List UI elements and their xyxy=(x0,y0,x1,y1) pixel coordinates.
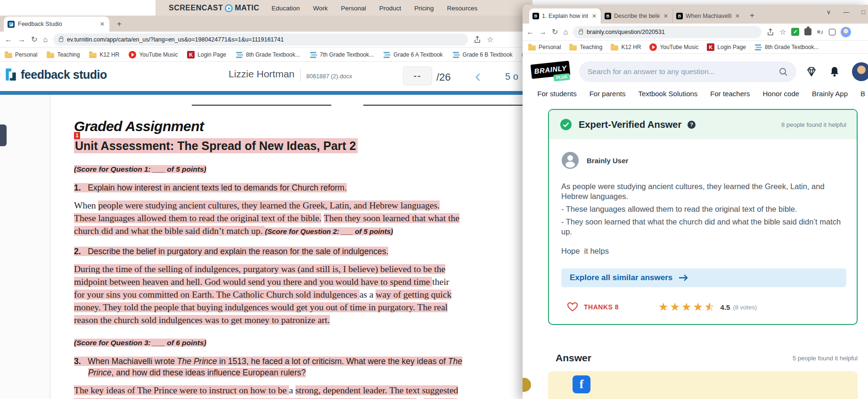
star-rating[interactable]: ★★★★☆★ xyxy=(658,301,715,313)
star-full-icon[interactable]: ★ xyxy=(658,301,669,313)
backdrop-nav-link[interactable]: Education xyxy=(271,5,300,12)
document-rule-left xyxy=(192,105,331,106)
bookmark-item[interactable]: Teaching xyxy=(47,51,80,58)
backdrop-nav-link[interactable]: Personal xyxy=(341,5,366,12)
doc-text-segment: (Score for Question 3: ___ of 6 points) xyxy=(74,339,206,347)
backdrop-nav-link[interactable]: Resources xyxy=(447,5,478,12)
bookmark-item[interactable]: K12 HR xyxy=(89,51,119,58)
media-control-icon[interactable]: ≡♪ xyxy=(817,28,823,35)
bookmark-item[interactable]: YouTube Music xyxy=(129,51,178,58)
star-full-icon[interactable]: ★ xyxy=(681,301,692,313)
document-subheading: 1 Unit Assessment: The Spread of New Ide… xyxy=(74,139,358,153)
profile-avatar[interactable] xyxy=(841,27,851,37)
close-tab-icon[interactable]: ✕ xyxy=(591,13,598,19)
explore-similar-answers-button[interactable]: Explore all similar answers xyxy=(561,268,846,287)
address-bar[interactable]: ev.turnitin.com/app/carta/en_us/?lang=en… xyxy=(53,33,468,46)
bookmark-item[interactable]: K12 HR xyxy=(611,44,641,50)
bookmark-item[interactable]: Grade 6 B Textbook xyxy=(452,51,513,58)
close-tab-icon[interactable]: ✕ xyxy=(734,13,741,19)
search-input[interactable]: Search for an answer to any question... xyxy=(579,61,796,82)
home-icon[interactable]: ⌂ xyxy=(563,28,568,36)
reload-icon[interactable]: ↻ xyxy=(31,35,37,44)
close-tab-icon[interactable]: ✕ xyxy=(99,21,106,27)
doc-text-segment: church did and what the bible said didn’… xyxy=(74,226,265,236)
backdrop-nav-link[interactable]: Pricing xyxy=(414,5,434,12)
feedback-studio-logo[interactable]: feedback studio xyxy=(5,67,107,82)
doc-text-segment: money. They told the people that buying … xyxy=(74,302,448,312)
folder-icon xyxy=(611,45,618,50)
grade-score-box[interactable]: -- xyxy=(403,66,432,85)
bookmark-item[interactable]: Grade 6 A Textbook xyxy=(383,51,443,58)
bookmark-item[interactable]: 7th Grade Textbook... xyxy=(310,51,374,58)
star-full-icon[interactable]: ★ xyxy=(670,301,680,313)
tab-3[interactable]: BWhen Machiavelli w✕ xyxy=(672,8,744,24)
doc-line: During the time of the selling of indulg… xyxy=(74,263,503,275)
backdrop-nav-link[interactable]: Work xyxy=(313,5,328,12)
bookmark-item[interactable]: KLogin Page xyxy=(707,43,746,51)
doc-line: Prince, and how did these ideas influenc… xyxy=(74,367,503,378)
reload-icon[interactable]: ↻ xyxy=(552,27,558,36)
similarity-marker-badge[interactable]: 1 xyxy=(74,132,80,139)
window-maximize-icon[interactable]: □ xyxy=(861,8,865,16)
new-tab-icon[interactable]: + xyxy=(117,19,122,29)
help-icon[interactable]: ? xyxy=(688,121,696,129)
close-tab-icon[interactable]: ✕ xyxy=(663,13,669,19)
user-avatar[interactable] xyxy=(852,62,868,81)
bookmark-star-icon[interactable]: ☆ xyxy=(487,35,493,44)
bookmark-item[interactable]: 8th Grade Textbook... xyxy=(754,43,819,51)
extensions-puzzle-icon[interactable] xyxy=(804,28,811,35)
brainly-nav-link[interactable]: Textbook Solutions xyxy=(638,90,697,98)
facebook-icon[interactable]: f xyxy=(573,375,590,393)
back-icon[interactable]: ← xyxy=(5,35,12,44)
tab-1[interactable]: B1. Explain how inter✕ xyxy=(529,8,601,24)
home-icon[interactable]: ⌂ xyxy=(43,35,48,44)
brainly-nav-link[interactable]: Brainly App xyxy=(812,90,848,98)
author-avatar-icon xyxy=(561,151,579,169)
bookmark-item[interactable]: Personal xyxy=(5,51,37,58)
share-icon[interactable] xyxy=(474,36,481,43)
search-icon[interactable] xyxy=(778,67,788,76)
tab-2[interactable]: BDescribe the belief i✕ xyxy=(601,8,672,24)
answer-text: As people were studying ancient cultures… xyxy=(561,182,844,256)
bookmark-label: 8th Grade Textbook... xyxy=(246,51,300,58)
promo-banner[interactable]: f xyxy=(548,371,858,399)
tab-feedback-studio[interactable]: Feedback Studio ✕ xyxy=(4,17,109,32)
window-menu-icon[interactable]: ∨ xyxy=(827,8,831,16)
next-answer-avatar xyxy=(523,378,531,392)
bookmark-star-icon[interactable]: ☆ xyxy=(779,27,786,36)
folder-icon xyxy=(5,53,12,58)
new-tab-icon[interactable]: + xyxy=(750,11,754,20)
brainly-logo[interactable]: BRAINLY PLUS xyxy=(531,62,573,82)
thanks-button[interactable]: THANKS 8 xyxy=(584,303,619,311)
document-viewer: Graded Assignment 1 Unit Assessment: The… xyxy=(0,95,528,399)
previous-student-chevron-icon[interactable]: ‹ xyxy=(475,66,481,86)
diamond-icon[interactable] xyxy=(806,66,817,77)
heart-icon[interactable] xyxy=(567,302,578,312)
doc-text-segment: The key ideas of The Prince were to inst… xyxy=(74,385,289,395)
brainly-nav-link[interactable]: Honor code xyxy=(763,90,800,98)
forward-icon[interactable]: → xyxy=(18,35,25,44)
side-panel-icon[interactable] xyxy=(829,29,835,35)
bookmark-item[interactable]: Personal xyxy=(528,44,561,50)
back-icon[interactable]: ← xyxy=(526,28,534,36)
address-bar[interactable]: brainly.com/question/2020531 xyxy=(573,26,762,38)
bookmark-item[interactable]: 8th Grade Textbook... xyxy=(236,51,300,58)
backdrop-nav-link[interactable]: Product xyxy=(379,5,401,12)
brainly-nav-link[interactable]: For students xyxy=(537,90,576,98)
brainly-nav-link[interactable]: B xyxy=(860,90,865,98)
answer-author[interactable]: Brainly User xyxy=(561,151,844,169)
extension-check-icon[interactable]: ✓ xyxy=(791,28,799,36)
bookmark-item[interactable]: KLogin Page xyxy=(187,51,226,58)
bookmark-item[interactable]: YouTube Music xyxy=(649,43,698,51)
sidebar-handle[interactable] xyxy=(0,125,7,146)
brainly-nav-link[interactable]: For parents xyxy=(590,90,626,98)
star-full-icon[interactable]: ★ xyxy=(693,301,704,313)
brainly-nav-link[interactable]: For teachers xyxy=(710,90,750,98)
bell-icon[interactable] xyxy=(829,66,840,77)
tab-title: Feedback Studio xyxy=(18,21,62,27)
window-minimize-icon[interactable]: — xyxy=(843,8,849,16)
forward-icon[interactable]: → xyxy=(539,28,547,36)
star-half-icon[interactable]: ☆★ xyxy=(704,301,715,313)
bookmark-item[interactable]: Teaching xyxy=(569,44,602,50)
share-icon[interactable] xyxy=(767,28,774,36)
